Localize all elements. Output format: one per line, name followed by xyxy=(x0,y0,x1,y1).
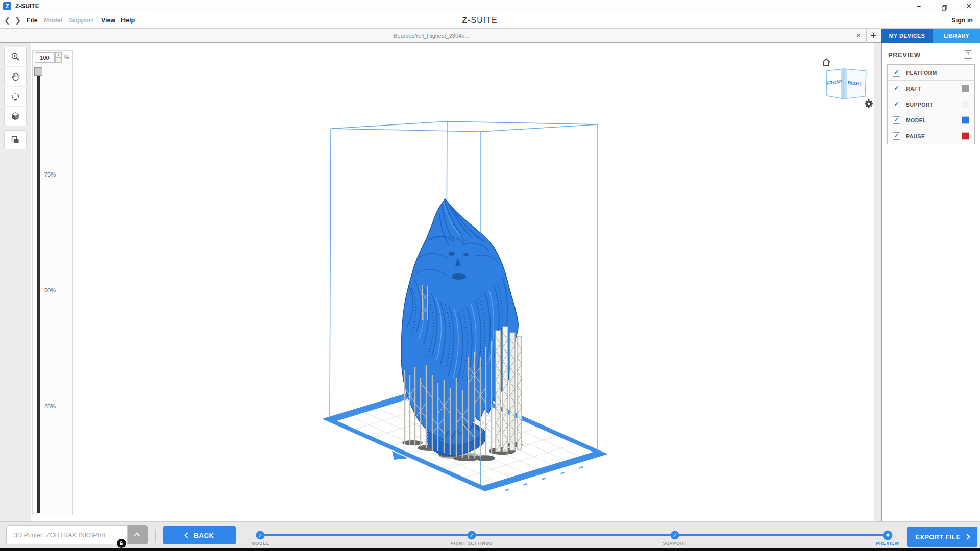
minimize-button[interactable]: – xyxy=(912,0,926,12)
support-color-swatch[interactable] xyxy=(962,101,969,108)
preview-row-support[interactable]: SUPPORT xyxy=(888,96,974,112)
printer-select-input[interactable] xyxy=(6,525,128,544)
view-cube-tool-button[interactable] xyxy=(4,107,27,126)
tab-bar: BeardedYell_Highest_2804k... ✕ + MY DEVI… xyxy=(0,29,980,43)
help-button[interactable]: ? xyxy=(964,50,972,59)
step-model-circle[interactable]: ✓ xyxy=(256,531,265,539)
preview-panel-title: PREVIEW xyxy=(888,51,920,59)
logo-bold: Z xyxy=(462,16,468,24)
menu-help[interactable]: Help xyxy=(121,17,135,24)
export-button-label: EXPORT FILE xyxy=(915,533,961,541)
title-bar: Z Z-SUITE – ✕ xyxy=(0,0,980,12)
pause-checkbox[interactable] xyxy=(893,132,900,140)
menu-view[interactable]: View xyxy=(101,17,115,24)
step-preview-label: PREVIEW xyxy=(876,541,899,546)
menu-support: Support xyxy=(69,17,93,24)
menu-model: Model xyxy=(44,17,62,24)
raft-checkbox[interactable] xyxy=(893,85,900,92)
preview-row-model[interactable]: MODEL xyxy=(888,112,974,128)
back-button[interactable]: BACK xyxy=(163,526,236,544)
close-button[interactable]: ✕ xyxy=(962,0,976,12)
preview-row-raft[interactable]: RAFT xyxy=(888,81,974,96)
lock-icon xyxy=(117,539,126,548)
bottom-bar-divider xyxy=(155,529,156,543)
preview-layer-list: PLATFORM RAFT SUPPORT MODEL PAUSE xyxy=(887,64,975,144)
step-preview-circle[interactable] xyxy=(883,530,893,540)
cube-3d-icon xyxy=(11,112,20,121)
printer-dropdown-button[interactable] xyxy=(128,525,148,544)
back-button-label: BACK xyxy=(194,532,214,539)
export-file-button[interactable]: EXPORT FILE xyxy=(907,527,977,547)
tab-close-icon[interactable]: ✕ xyxy=(853,31,864,40)
chevron-left-icon xyxy=(184,532,190,538)
nav-back-icon[interactable]: ❮ xyxy=(3,16,11,24)
nav-forward-icon[interactable]: ❯ xyxy=(14,16,22,24)
menu-bar: ❮ ❯ File Model Support View Help Z-SUITE… xyxy=(0,13,980,29)
raft-color-swatch[interactable] xyxy=(962,85,969,92)
model-checkbox[interactable] xyxy=(893,116,900,124)
model-label: MODEL xyxy=(906,117,926,123)
rotate-tool-button[interactable] xyxy=(4,87,27,106)
stepper-progress-line xyxy=(260,534,888,536)
pause-color-swatch[interactable] xyxy=(962,132,969,140)
step-model-label: MODEL xyxy=(251,541,270,546)
platform-checkbox[interactable] xyxy=(893,69,900,77)
layers-icon xyxy=(11,135,20,144)
preview-row-pause[interactable]: PAUSE xyxy=(888,128,974,144)
hand-pan-icon xyxy=(11,72,20,81)
step-support-label: SUPPORT xyxy=(663,541,687,546)
app-logo-icon: Z xyxy=(3,2,11,10)
file-tab[interactable]: BeardedYell_Highest_2804k... xyxy=(394,33,469,39)
pan-tool-button[interactable] xyxy=(4,67,27,86)
tab-library[interactable]: LIBRARY xyxy=(933,29,980,43)
zoom-in-icon xyxy=(11,52,20,61)
viewport-3d-scene[interactable] xyxy=(31,43,874,521)
window-title: Z-SUITE xyxy=(15,3,39,10)
zsuite-logo: Z-SUITE xyxy=(462,16,497,25)
restore-icon xyxy=(942,5,947,11)
window-bottom-edge xyxy=(0,548,980,551)
platform-label: PLATFORM xyxy=(906,70,937,76)
right-gutter xyxy=(874,43,881,521)
rotate-icon xyxy=(11,92,20,101)
model-color-swatch[interactable] xyxy=(962,116,969,124)
zoom-tool-button[interactable] xyxy=(4,47,27,66)
step-print-settings-label: PRINT SETTINGS xyxy=(451,541,493,546)
logo-rest: -SUITE xyxy=(468,16,497,24)
restore-button[interactable] xyxy=(937,0,951,12)
step-print-settings-circle[interactable]: ✓ xyxy=(468,531,476,539)
sign-in-link[interactable]: Sign in xyxy=(951,17,973,24)
raft-label: RAFT xyxy=(906,86,921,92)
tab-my-devices[interactable]: MY DEVICES xyxy=(881,29,933,43)
layers-tool-button[interactable] xyxy=(4,130,27,149)
chevron-right-icon xyxy=(964,534,970,539)
preview-row-platform[interactable]: PLATFORM xyxy=(888,65,974,81)
orientation-cube[interactable]: FRONT RIGHT xyxy=(826,69,866,99)
view-cube-widget[interactable]: FRONT RIGHT xyxy=(819,56,875,110)
home-icon[interactable] xyxy=(823,59,830,66)
support-checkbox[interactable] xyxy=(893,101,900,108)
zsuite-window: Z Z-SUITE – ✕ ❮ ❯ File Model Support Vie… xyxy=(0,0,980,551)
tab-divider xyxy=(866,29,867,43)
pause-label: PAUSE xyxy=(906,133,925,139)
support-label: SUPPORT xyxy=(906,102,934,108)
step-support-circle[interactable]: ✓ xyxy=(671,531,679,539)
menu-file[interactable]: File xyxy=(27,17,38,24)
new-tab-button[interactable]: + xyxy=(867,29,879,42)
chevron-up-icon xyxy=(134,533,140,539)
gear-icon[interactable] xyxy=(865,99,873,108)
